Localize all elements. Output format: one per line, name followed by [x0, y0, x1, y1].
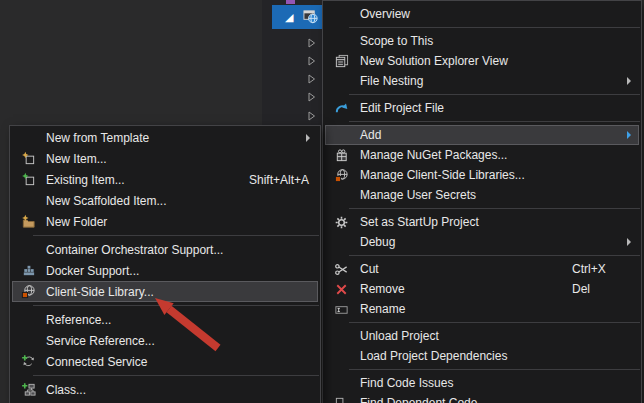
menu-item-label: New Scaffolded Item... — [46, 194, 167, 208]
menu-item-manage-user-secrets[interactable]: Manage User Secrets — [325, 185, 639, 205]
menu-item-service-reference[interactable]: Service Reference... — [12, 330, 318, 351]
menu-item-label: Overview — [360, 7, 410, 21]
menu-item-label: Manage User Secrets — [360, 188, 476, 202]
menu-item-unload-project[interactable]: Unload Project — [325, 326, 639, 346]
menu-item-new-scaffolded-item[interactable]: New Scaffolded Item... — [12, 190, 318, 211]
new-solution-explorer-view-icon — [333, 53, 349, 69]
menu-item-container-orchestrator-support[interactable]: Container Orchestrator Support... — [12, 239, 318, 260]
menu-item-existing-item[interactable]: Existing Item...Shift+Alt+A — [12, 169, 318, 190]
menu-item-set-as-startup-project[interactable]: Set as StartUp Project — [325, 212, 639, 232]
menu-separator — [349, 94, 640, 95]
menu-item-label: Load Project Dependencies — [360, 349, 507, 363]
menu-item-label: New Folder — [46, 215, 107, 229]
menu-item-label: Scope to This — [360, 34, 433, 48]
add-submenu: New from TemplateNew Item...Existing Ite… — [9, 125, 321, 403]
menu-item-label: Existing Item... — [46, 173, 125, 187]
tree-collapsed-arrow-icon[interactable] — [308, 111, 316, 121]
menu-separator — [349, 121, 640, 122]
menu-item-edit-project-file[interactable]: Edit Project File — [325, 98, 639, 118]
menu-item-reference[interactable]: Reference... — [12, 309, 318, 330]
class-icon — [20, 382, 36, 398]
menu-item-label: New Solution Explorer View — [360, 54, 508, 68]
nuget-icon — [333, 147, 349, 163]
web-project-icon — [303, 9, 319, 25]
submenu-arrow-icon — [627, 238, 631, 246]
menu-item-label: Set as StartUp Project — [360, 215, 479, 229]
menu-item-label: Find Code Issues — [360, 376, 453, 390]
menu-item-new-from-template[interactable]: New from Template — [12, 127, 318, 148]
new-item-icon — [20, 151, 36, 167]
menu-item-label: Unload Project — [360, 329, 439, 343]
scissors-icon — [333, 261, 349, 277]
menu-item-label: Client-Side Library... — [46, 285, 154, 299]
menu-item-class[interactable]: Class... — [12, 379, 318, 400]
menu-item-label: Rename — [360, 302, 405, 316]
submenu-arrow-icon — [627, 131, 631, 139]
menu-item-label: Docker Support... — [46, 264, 139, 278]
menu-separator — [33, 235, 319, 236]
menu-item-load-project-dependencies[interactable]: Load Project Dependencies — [325, 346, 639, 366]
menu-item-label: Find Dependent Code — [360, 396, 477, 403]
menu-item-label: Class... — [46, 383, 86, 397]
menu-item-remove[interactable]: RemoveDel — [325, 279, 639, 299]
docker-icon — [20, 263, 36, 279]
tree-collapsed-arrow-icon[interactable] — [308, 74, 316, 84]
edit-project-file-icon — [333, 100, 349, 116]
menu-item-client-side-library[interactable]: Client-Side Library... — [12, 281, 318, 302]
expanded-node-icon[interactable]: ◢ — [285, 12, 293, 23]
menu-separator — [33, 305, 319, 306]
menu-item-file-nesting[interactable]: File Nesting — [325, 71, 639, 91]
new-folder-icon — [20, 214, 36, 230]
remove-icon — [333, 281, 349, 297]
menu-item-label: Container Orchestrator Support... — [46, 243, 223, 257]
menu-item-manage-nuget-packages[interactable]: Manage NuGet Packages... — [325, 145, 639, 165]
menu-item-rename[interactable]: Rename — [325, 299, 639, 319]
menu-item-find-code-issues[interactable]: Find Code Issues — [325, 373, 639, 393]
menu-item-label: File Nesting — [360, 74, 423, 88]
menu-item-shortcut: Del — [572, 282, 590, 296]
tree-collapsed-arrow-icon[interactable] — [308, 38, 316, 48]
menu-item-new-solution-explorer-view[interactable]: New Solution Explorer View — [325, 51, 639, 71]
menu-separator — [349, 369, 640, 370]
menu-item-cut[interactable]: CutCtrl+X — [325, 259, 639, 279]
menu-item-label: Reference... — [46, 313, 111, 327]
menu-item-label: New from Template — [46, 131, 149, 145]
solution-explorer-panel: ◢ — [262, 0, 322, 126]
menu-item-find-dependent-code[interactable]: Find Dependent Code — [325, 393, 639, 403]
menu-item-label: Debug — [360, 235, 395, 249]
menu-item-new-folder[interactable]: New Folder — [12, 211, 318, 232]
menu-item-label: Remove — [360, 282, 405, 296]
menu-item-shortcut: Shift+Alt+A — [249, 173, 309, 187]
gear-icon — [333, 214, 349, 230]
menu-item-new-item[interactable]: New Item... — [12, 148, 318, 169]
menu-item-label: Edit Project File — [360, 101, 444, 115]
tree-collapsed-arrow-icon[interactable] — [308, 56, 316, 66]
menu-item-manage-client-side-libraries[interactable]: Manage Client-Side Libraries... — [325, 165, 639, 185]
menu-separator — [349, 322, 640, 323]
client-side-library-icon — [333, 167, 349, 183]
menu-item-docker-support[interactable]: Docker Support... — [12, 260, 318, 281]
submenu-arrow-icon — [627, 77, 631, 85]
menu-item-scope-to-this[interactable]: Scope to This — [325, 31, 639, 51]
find-dependent-code-icon — [333, 395, 349, 403]
menu-item-label: Add — [360, 128, 381, 142]
menu-item-connected-service[interactable]: Connected Service — [12, 351, 318, 372]
menu-item-overview[interactable]: Overview — [325, 4, 639, 24]
submenu-arrow-icon — [306, 134, 310, 142]
menu-item-label: Manage NuGet Packages... — [360, 148, 507, 162]
menu-item-shortcut: Ctrl+X — [572, 262, 606, 276]
client-side-library-icon — [20, 284, 36, 300]
menu-item-label: New Item... — [46, 152, 107, 166]
project-context-menu: OverviewScope to ThisNew Solution Explor… — [322, 0, 642, 403]
existing-item-icon — [20, 172, 36, 188]
menu-item-label: Cut — [360, 262, 379, 276]
menu-item-label: Service Reference... — [46, 334, 155, 348]
tree-item-icon-fragment — [286, 0, 295, 4]
menu-item-label: Manage Client-Side Libraries... — [360, 168, 525, 182]
solution-explorer-selected-row[interactable]: ◢ — [272, 5, 322, 29]
menu-item-label: Connected Service — [46, 355, 147, 369]
menu-separator — [349, 255, 640, 256]
menu-item-add[interactable]: Add — [325, 125, 639, 145]
tree-collapsed-arrow-icon[interactable] — [308, 92, 316, 102]
menu-item-debug[interactable]: Debug — [325, 232, 639, 252]
